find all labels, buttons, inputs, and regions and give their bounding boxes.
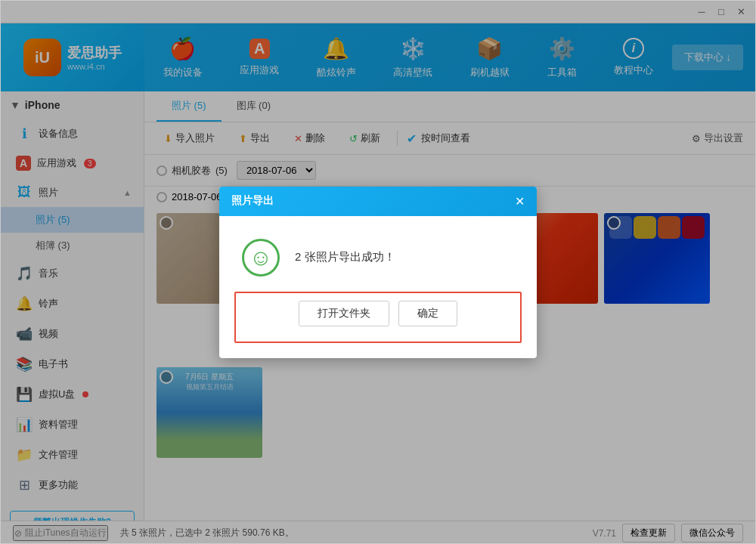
dialog-title: 照片导出 ✕ — [219, 187, 537, 216]
dialog-title-text: 照片导出 — [231, 194, 274, 208]
dialog-body: ☺ 2 张照片导出成功！ — [219, 216, 537, 292]
success-icon: ☺ — [242, 239, 280, 277]
dialog-overlay: 照片导出 ✕ ☺ 2 张照片导出成功！ 打开文件夹 确定 — [1, 1, 755, 543]
dialog-close-button[interactable]: ✕ — [515, 194, 525, 209]
app-container: ─ □ ✕ iU 爱思助手 www.i4.cn 🍎 我的设备 A — [0, 0, 756, 544]
dialog-message: 2 张照片导出成功！ — [295, 250, 395, 264]
dialog-footer: 打开文件夹 确定 — [234, 292, 522, 343]
dialog: 照片导出 ✕ ☺ 2 张照片导出成功！ 打开文件夹 确定 — [219, 187, 537, 358]
confirm-button[interactable]: 确定 — [398, 301, 457, 326]
smiley-icon: ☺ — [249, 245, 273, 270]
open-folder-button[interactable]: 打开文件夹 — [299, 301, 389, 326]
